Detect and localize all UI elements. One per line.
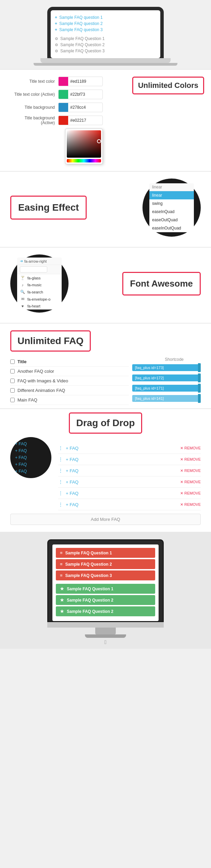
faq-check-row: Another FAQ color [10,367,129,376]
faq-checkbox[interactable] [10,369,15,373]
color-label: Title text color (Active) [10,92,55,97]
fa-list-item[interactable]: 🍸fa-glass [17,274,62,281]
easing-item[interactable]: easeInQuad [149,208,194,216]
easing-top-label: linear [149,183,194,191]
drag-circle-label: + FAQ [15,462,27,467]
color-input-wrap[interactable] [58,77,103,86]
fa-item-label: fa-glass [27,276,41,280]
drag-handle-icon[interactable]: ⋮ [58,468,63,473]
color-text-input[interactable] [68,117,102,124]
shortcode-tag: [faq_plus id=173] [132,364,198,371]
easing-label: Easing Effect [18,202,79,213]
fa-list-item[interactable]: ✉fa-envelope-o [17,295,62,303]
fa-search-input[interactable] [20,266,47,273]
color-input-wrap[interactable] [58,116,103,125]
faq-bar-label: Sample FAQ Question 2 [67,598,113,603]
monitor-foot [85,634,126,638]
drag-circle-item: + FAQ [15,455,27,460]
easing-item[interactable]: easeOutQuad [149,216,194,224]
drag-handle-icon[interactable]: ⋮ [58,479,63,485]
shortcode-tag: [faq_plus id=141] [132,395,198,402]
color-input-wrap[interactable] [58,103,103,112]
drag-handle-icon[interactable]: ⋮ [58,457,63,462]
fa-item-label: fa-music [27,283,42,287]
color-text-input[interactable] [68,104,102,111]
shortcode-tag: [faq_plus id=171] [132,385,198,392]
color-input-wrap[interactable] [58,90,103,99]
color-swatch[interactable] [59,103,68,112]
easing-dropdown[interactable]: linearlinearswingeaseInQuadeaseOutQuadea… [149,183,194,232]
laptop-gear-link[interactable]: ⚙Sample FAQ Question 3 [55,48,156,54]
shortcode-bar [198,373,201,382]
monitor-base [47,622,164,628]
drag-handle-icon[interactable]: ⋮ [58,445,63,451]
faq-check-label: Main FAQ [17,397,37,403]
shortcode-row: [faq_plus id=173] [132,363,201,372]
color-label: Title text color [10,79,55,84]
laptop-frame: +Sample FAQ question 1+Sample FAQ questi… [47,7,164,58]
laptop-plus-link[interactable]: +Sample FAQ question 3 [55,27,156,33]
color-hue-bar[interactable] [67,159,101,162]
drag-remove-button[interactable]: ✕ REMOVE [180,502,201,507]
color-picker-popup[interactable] [65,129,103,164]
fa-arrow-right-label: fa-arrow-right [24,259,47,263]
faq-check-row: Title [10,357,129,367]
monitor-section: ≡Sample FAQ Question 1≡Sample FAQ Questi… [0,532,211,649]
color-text-input[interactable] [68,78,102,85]
drag-remove-button[interactable]: ✕ REMOVE [180,469,201,473]
monitor-frame: ≡Sample FAQ Question 1≡Sample FAQ Questi… [47,539,164,622]
shortcode-row: [faq_plus id=172] [132,373,201,382]
drag-circle-label: + FAQ [15,469,27,474]
laptop-gear-link[interactable]: ⚙Sample FAQ Question 1 [55,36,156,42]
unlimited-colors-badge: Unlimited Colors [132,77,204,94]
faq-checkbox[interactable] [10,388,15,393]
laptop-plus-link[interactable]: +Sample FAQ question 2 [55,21,156,27]
color-text-input[interactable] [68,91,102,98]
shortcode-panel: Shortcode [faq_plus id=173] [faq_plus id… [132,357,201,405]
fa-dropdown[interactable]: ➜ fa-arrow-right🍸fa-glass♪fa-music🔍fa-se… [17,258,62,310]
easing-section: Easing Effect linearlinearswingeaseInQua… [0,172,211,247]
drag-handle-icon[interactable]: ⋮ [58,502,63,507]
drag-remove-button[interactable]: ✕ REMOVE [180,480,201,484]
drag-item-label: + FAQ [66,457,180,462]
color-gradient[interactable] [67,130,101,158]
color-label: Title background (Active) [10,116,55,125]
faq-checkbox[interactable] [10,359,15,364]
shortcode-bar [198,363,201,372]
fa-circle: ➜ fa-arrow-right🍸fa-glass♪fa-music🔍fa-se… [10,254,69,313]
easing-item[interactable]: linear [149,191,194,199]
fa-item-label: fa-envelope-o [27,297,50,301]
color-swatch[interactable] [59,77,68,86]
font-awesome-label: Font Awesome [130,278,193,289]
laptop-plus-link[interactable]: +Sample FAQ question 1 [55,14,156,21]
drag-item-row: ⋮ + FAQ ✕ REMOVE [58,465,201,476]
faq-bar-label: Sample FAQ Question 2 [67,609,113,614]
grid-icon: ≡ [60,550,63,555]
fa-item-icon: ✉ [20,297,25,301]
shortcode-bar [198,384,201,393]
plus-icon: + [55,15,57,20]
faq-check-label: Title [17,359,27,364]
drag-drop-label: Drag of Drop [76,418,135,428]
add-more-faq-button[interactable]: Add More FAQ [10,514,201,525]
color-swatch[interactable] [59,116,68,125]
drag-remove-button[interactable]: ✕ REMOVE [180,457,201,462]
color-row: Title background [10,103,201,112]
easing-item[interactable]: swing [149,199,194,208]
easing-item[interactable]: easeInOutQuad [149,224,194,232]
color-swatch[interactable] [59,90,68,99]
laptop-gear-link[interactable]: ⚙Sample FAQ Question 2 [55,42,156,48]
drag-item-label: + FAQ [66,468,180,473]
drag-handle-icon[interactable]: ⋮ [58,490,63,496]
monitor-stand [95,628,116,634]
fa-arrow-right-icon: ➜ [20,259,23,263]
faq-red-bar: ≡Sample FAQ Question 1 [56,548,155,558]
fa-list-item[interactable]: ♥fa-heart [17,303,62,310]
fa-list-item[interactable]: ♪fa-music [17,281,62,288]
drag-remove-button[interactable]: ✕ REMOVE [180,446,201,450]
faq-checkbox[interactable] [10,379,15,383]
fa-list-item[interactable]: 🔍fa-search [17,288,62,295]
faq-checkbox[interactable] [10,398,15,402]
laptop-bottom [40,58,171,63]
drag-remove-button[interactable]: ✕ REMOVE [180,491,201,496]
